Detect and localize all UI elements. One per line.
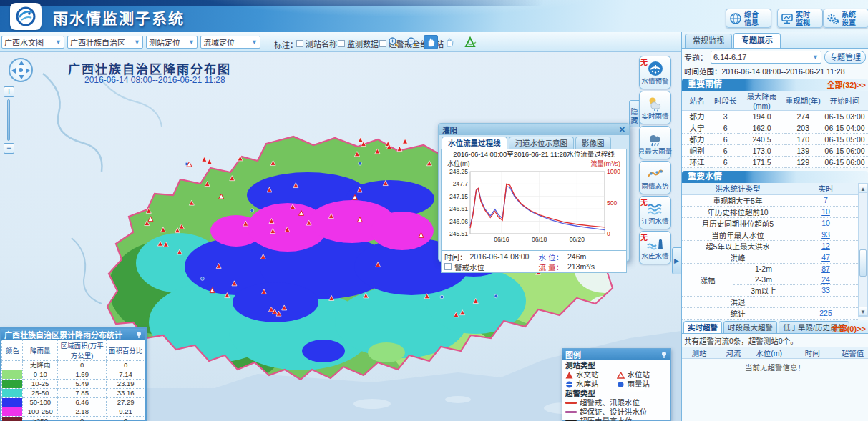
side-button-county-max-rain[interactable]: 县最大雨量 bbox=[639, 126, 671, 159]
basin-locate-select[interactable]: 流域定位▼ bbox=[200, 36, 260, 49]
side-button-flood-warning[interactable]: 无 水情预警 bbox=[639, 56, 671, 89]
zoom-out-icon[interactable] bbox=[405, 35, 419, 49]
rain-table-row[interactable]: 环江 6 171.5 129 06-15 06:00 bbox=[682, 157, 868, 168]
nav-info-button[interactable]: 综合信息 bbox=[726, 9, 771, 28]
side-button-rain-trend[interactable]: 雨情态势 bbox=[639, 161, 671, 194]
water-count-link[interactable]: 12 bbox=[821, 242, 830, 250]
pin-icon[interactable] bbox=[135, 331, 142, 338]
rain-table-row[interactable]: 大宁 6 162.0 203 06-15 04:00 bbox=[682, 122, 868, 134]
map-zoom-in-button[interactable]: + bbox=[4, 86, 14, 97]
map-zoom-out-button[interactable]: − bbox=[4, 143, 14, 154]
tab-regular-monitor[interactable]: 常规监视 bbox=[685, 34, 732, 48]
tab-imagery[interactable]: 影像图 bbox=[575, 137, 611, 149]
route-measure-icon[interactable] bbox=[464, 35, 478, 49]
side-button-river-water[interactable]: 无 江河水情 bbox=[639, 196, 671, 229]
cell-pct: 23.19 bbox=[107, 380, 145, 389]
popup-titlebar[interactable]: 灌阳 ✕ bbox=[439, 124, 629, 135]
pan-center-icon[interactable] bbox=[19, 68, 23, 72]
popup-readout: 时间： 2016-06-14 08:00 水 位： 246m 警戒水位 流 量：… bbox=[441, 251, 627, 273]
nav-settings-button[interactable]: 系统设置 bbox=[823, 9, 868, 28]
checkbox-station-name[interactable]: 测站名称 bbox=[296, 38, 337, 49]
panel-collapse-handle[interactable]: ▶ bbox=[672, 247, 681, 274]
important-water-table: 洪水统计类型 实时 重现期大于5年7 年历史排位超前1010 月历史同期排位超前… bbox=[682, 183, 858, 320]
rain-stats-panel: 广西壮族自治区累计降雨分布统计 颜色 降雨量 区域面积(万平方公里) 面积百分比… bbox=[0, 327, 147, 421]
basemap-select[interactable]: 广西水文图▼ bbox=[1, 36, 64, 49]
topic-manage-button[interactable]: 专题管理 bbox=[824, 51, 866, 64]
cell-max-rain: 240.5 bbox=[739, 134, 785, 145]
side-button-realtime-rain[interactable]: 实时雨情 bbox=[639, 91, 671, 124]
legend-titlebar[interactable]: 图例 bbox=[562, 349, 670, 360]
map-zoom-slider[interactable] bbox=[7, 99, 10, 141]
cell-pct: 33.16 bbox=[107, 389, 145, 398]
scroll-thumb[interactable] bbox=[859, 249, 867, 277]
topic-select[interactable]: 6.14-6.17▼ bbox=[711, 51, 821, 64]
nav-info-line2: 信息 bbox=[744, 19, 759, 26]
topic-row: 专题： 6.14-6.17▼ 专题管理 bbox=[682, 49, 868, 66]
cell-duration: 6 bbox=[712, 122, 739, 134]
alert-all-link[interactable]: 全部(0)>> bbox=[832, 322, 866, 334]
alert-col-header: 河流 bbox=[716, 347, 751, 359]
select-hand-icon[interactable] bbox=[442, 35, 457, 49]
close-icon[interactable]: ✕ bbox=[619, 125, 625, 134]
station-popup-window[interactable]: 灌阳 ✕ 水位流量过程线 河道水位示意图 影像图 2016-06-14 08:0… bbox=[438, 123, 630, 262]
pan-south-icon[interactable] bbox=[19, 75, 24, 79]
cell-duration: 6 bbox=[712, 157, 739, 168]
water-row: 洪退 bbox=[682, 296, 858, 307]
pan-north-icon[interactable] bbox=[19, 61, 24, 65]
water-count-link[interactable]: 225 bbox=[819, 309, 832, 317]
tab-topic-display[interactable]: 专题展示 bbox=[733, 33, 781, 48]
pin-icon[interactable] bbox=[660, 351, 668, 358]
checkbox-monitor-data[interactable]: 监测数据 bbox=[338, 38, 379, 49]
water-count-link[interactable]: 87 bbox=[821, 264, 830, 273]
cell-area: 5.49 bbox=[58, 380, 107, 389]
nav-monitor-line1: 实时 bbox=[796, 11, 810, 19]
rain-table-row[interactable]: 峒别 6 173.0 139 06-15 06:00 bbox=[682, 145, 868, 157]
zoom-in-icon[interactable] bbox=[386, 35, 401, 49]
water-count-link[interactable]: 93 bbox=[821, 230, 830, 239]
water-count-link[interactable]: 33 bbox=[821, 286, 830, 294]
tab-realtime-alert[interactable]: 实时超警 bbox=[683, 321, 722, 333]
tab-period-max-alert[interactable]: 时段最大超警 bbox=[723, 321, 777, 333]
tab-channel-stage-sketch[interactable]: 河道水位示意图 bbox=[509, 137, 575, 149]
scroll-down-icon[interactable]: ▼ bbox=[859, 307, 867, 316]
hide-strip-tab[interactable]: 隐藏 bbox=[629, 100, 640, 127]
svg-text:0: 0 bbox=[607, 230, 610, 237]
water-count-link[interactable]: 7 bbox=[824, 196, 828, 204]
rain-stats-table: 颜色 降雨量 区域面积(万平方公里) 面积百分比 无降雨 0 0 bbox=[1, 340, 145, 421]
pan-compass[interactable] bbox=[9, 58, 33, 82]
side-button-reservoir-water[interactable]: 无 水库水情 bbox=[639, 231, 671, 264]
waves-icon bbox=[647, 200, 664, 217]
river-line bbox=[72, 238, 102, 304]
water-count-link[interactable]: 10 bbox=[821, 207, 830, 216]
right-panel-tabs: 常规监视 专题展示 bbox=[682, 32, 868, 49]
water-count-link[interactable]: 47 bbox=[821, 253, 830, 262]
section-important-rain: 重要雨情 全部(32)>> bbox=[682, 79, 868, 91]
annotate-label: 标注： bbox=[274, 39, 298, 50]
water-row: 当前年最大水位93 bbox=[682, 229, 858, 240]
cell-area: 7.85 bbox=[58, 389, 107, 398]
rain-stats-titlebar[interactable]: 广西壮族自治区累计降雨分布统计 bbox=[1, 329, 145, 340]
nav-monitor-button[interactable]: 实时监视 bbox=[777, 9, 823, 28]
pan-hand-icon[interactable] bbox=[424, 35, 438, 49]
cell-area: 6.46 bbox=[58, 398, 107, 407]
warn-level-checkbox[interactable] bbox=[444, 263, 452, 270]
color-swatch bbox=[2, 361, 22, 370]
scrollbar[interactable]: ▲ ▼ bbox=[858, 183, 868, 317]
tab-stage-flow-curve[interactable]: 水位流量过程线 bbox=[442, 137, 507, 149]
station-locate-select[interactable]: 测站定位▼ bbox=[146, 36, 198, 49]
pan-east-icon[interactable] bbox=[26, 68, 30, 74]
rain-table-row[interactable]: 都力 3 194.0 274 06-15 03:00 bbox=[682, 111, 868, 122]
water-count-link[interactable]: 10 bbox=[821, 219, 830, 227]
rain-table-row[interactable]: 都力 6 240.5 170 06-15 05:00 bbox=[682, 134, 868, 145]
water-count-link[interactable]: 24 bbox=[821, 275, 830, 284]
checkbox-icon bbox=[379, 40, 386, 47]
scroll-up-icon[interactable]: ▲ bbox=[859, 184, 867, 193]
stage-flow-chart[interactable]: 248.25247.7247.15246.61246.06245.5110005… bbox=[443, 168, 626, 247]
readout-stage-value: 246m bbox=[567, 252, 623, 261]
water-row: 涨幅1-2m87 bbox=[682, 263, 858, 274]
stage-station-icon bbox=[617, 372, 625, 379]
rain-all-link[interactable]: 全部(32)>> bbox=[827, 79, 866, 91]
region-select[interactable]: 广西壮族自治区▼ bbox=[67, 36, 143, 49]
rain-stats-title: 广西壮族自治区累计降雨分布统计 bbox=[4, 329, 122, 340]
pan-west-icon[interactable] bbox=[11, 68, 16, 74]
